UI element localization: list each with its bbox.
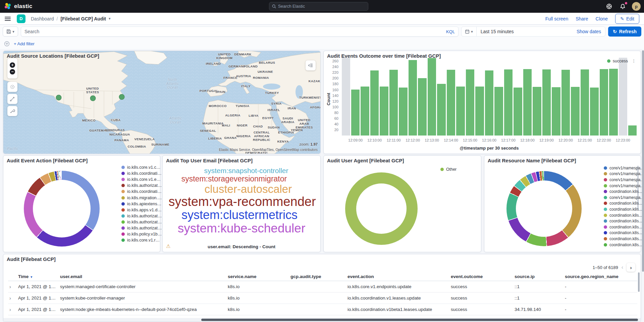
legend-item[interactable]: core/v1/namespa... xyxy=(604,171,644,177)
legend-item[interactable]: coordination.k8s.... xyxy=(604,201,644,207)
legend-item[interactable]: io.k8s.authorization.... xyxy=(121,219,162,225)
page-scrollbar[interactable] xyxy=(642,50,644,272)
show-dates-button[interactable]: Show dates xyxy=(577,29,605,34)
bar[interactable] xyxy=(361,87,369,136)
legend-label-success[interactable]: success xyxy=(613,59,628,63)
map-attribution[interactable]: Elastic Maps Service, OpenMapTiles, Open… xyxy=(219,148,318,152)
notifications-icon[interactable] xyxy=(619,2,627,10)
legend-item[interactable]: coordination.k8s.... xyxy=(604,212,644,218)
tag-cloud-word[interactable]: system:storageversionmigrator xyxy=(155,175,313,183)
legend-item[interactable]: io.k8s.migration.v1al... xyxy=(121,195,162,201)
legend-item[interactable]: coordination.k8s.... xyxy=(604,242,644,248)
tag-cloud-word[interactable]: system:kube-scheduler xyxy=(163,222,320,235)
bar[interactable] xyxy=(523,69,532,136)
zoom-in-icon[interactable]: + xyxy=(10,62,15,68)
global-search-input[interactable]: Search Elastic xyxy=(269,2,368,11)
refresh-button[interactable]: ↻ Refresh xyxy=(608,26,641,37)
bar[interactable] xyxy=(447,70,455,136)
bar[interactable] xyxy=(409,60,417,136)
map-document-marker[interactable] xyxy=(56,95,62,101)
bar[interactable] xyxy=(437,84,445,136)
table-header-event.action[interactable]: event.action xyxy=(347,274,451,279)
legend-item[interactable]: Other xyxy=(440,166,457,172)
query-language-button[interactable]: KQL xyxy=(446,29,455,34)
dashboard-app-badge[interactable]: D xyxy=(17,14,25,23)
table-header-source.ip[interactable]: source.ip xyxy=(515,274,565,279)
bar[interactable] xyxy=(351,90,360,136)
search-query-input[interactable]: Search KQL xyxy=(21,26,459,37)
tag-cloud-word[interactable]: system:snapshot-controller xyxy=(167,167,325,175)
saved-query-button[interactable]: ▾ xyxy=(3,26,18,37)
legend-item[interactable]: io.k8s.core.v1.resou... xyxy=(121,237,162,243)
tag-cloud-word[interactable]: cluster-autoscaler xyxy=(169,183,327,195)
next-page-icon[interactable]: › xyxy=(627,263,635,272)
calendar-menu-button[interactable]: ▾ xyxy=(462,27,477,36)
bar[interactable] xyxy=(399,88,407,136)
chevron-down-icon[interactable]: ▾ xyxy=(109,16,111,21)
menu-icon[interactable] xyxy=(5,17,11,21)
measure-tool-button[interactable] xyxy=(7,94,17,104)
table-header-source.geo.region_name[interactable]: source.geo.region_name xyxy=(565,274,637,279)
bar[interactable] xyxy=(581,69,589,136)
full-screen-button[interactable]: Full screen xyxy=(545,16,568,21)
bar[interactable] xyxy=(514,88,522,136)
bar[interactable] xyxy=(600,69,608,136)
bar[interactable] xyxy=(342,58,350,136)
legend-item[interactable]: core/v1/namespa... xyxy=(604,195,644,201)
bar[interactable] xyxy=(428,58,436,136)
bar[interactable] xyxy=(609,69,618,136)
table-vertical-scrollbar[interactable] xyxy=(638,272,640,292)
legend-item[interactable]: io.k8s.coordination.... xyxy=(121,189,162,195)
bar[interactable] xyxy=(418,78,426,136)
legend-options-icon[interactable]: ⋮ xyxy=(632,58,636,63)
legend-item[interactable]: io.k8s.policy.v1beta... xyxy=(121,231,162,237)
table-header-gcp.audit.type[interactable]: gcp.audit.type xyxy=(290,274,347,279)
breadcrumb-dashboard-link[interactable]: Dashboard xyxy=(31,16,54,21)
row-expand-icon[interactable]: › xyxy=(8,307,18,312)
add-filter-button[interactable]: + Add filter xyxy=(14,41,35,46)
legend-item[interactable]: io.k8s.authorization.... xyxy=(121,182,162,189)
bar[interactable] xyxy=(504,69,513,136)
clone-button[interactable]: Clone xyxy=(596,16,608,21)
legend-item[interactable]: coordination.k8s.... xyxy=(604,224,644,230)
collapse-legend-button[interactable] xyxy=(306,60,316,70)
legend-item[interactable]: io.k8s.core.v1.confi... xyxy=(121,164,162,170)
bar[interactable] xyxy=(533,87,541,136)
bar[interactable] xyxy=(552,87,560,136)
legend-item[interactable]: io.k8s.authorization.... xyxy=(121,225,162,231)
legend-item[interactable]: coordination.k8s.... xyxy=(604,230,644,236)
legend-item[interactable]: coordination.k8s.... xyxy=(604,236,644,242)
bar[interactable] xyxy=(475,87,484,136)
legend-item[interactable]: io.k8s.authorization.... xyxy=(121,213,162,219)
map-document-marker[interactable] xyxy=(90,96,96,101)
legend-item[interactable]: core/v1/namespa... xyxy=(604,165,644,171)
share-button[interactable]: Share xyxy=(576,16,588,21)
row-expand-icon[interactable]: › xyxy=(8,284,18,289)
time-range-value[interactable]: Last 15 minutes xyxy=(477,29,518,34)
map-document-marker[interactable] xyxy=(119,94,125,100)
elastic-logo[interactable]: elastic xyxy=(4,3,32,10)
bar[interactable] xyxy=(561,70,570,136)
legend-item[interactable]: coordination.k8s.... xyxy=(604,189,644,195)
world-map[interactable]: UNITED STATESMEXICOCUBAGUATEMALAHONDURAS… xyxy=(3,51,321,154)
table-header-Time[interactable]: Time▼ xyxy=(18,274,60,279)
tag-cloud-word[interactable]: system:clustermetrics xyxy=(161,209,318,222)
bar[interactable] xyxy=(389,70,398,136)
set-view-button[interactable] xyxy=(7,82,17,92)
bar[interactable] xyxy=(380,87,388,136)
user-avatar[interactable]: p xyxy=(632,2,641,11)
bar[interactable] xyxy=(370,70,379,136)
bar[interactable] xyxy=(590,88,598,136)
legend-item[interactable]: core/v1/namespa... xyxy=(604,183,644,189)
bar[interactable] xyxy=(628,125,637,136)
legend-item[interactable]: coordination.k8s.... xyxy=(604,218,644,224)
row-expand-icon[interactable]: › xyxy=(8,296,18,301)
legend-item[interactable]: io.k8s.apiextensions... xyxy=(121,201,162,207)
filter-icon[interactable] xyxy=(4,41,10,47)
bar[interactable] xyxy=(456,87,465,136)
table-header-event.outcome[interactable]: event.outcome xyxy=(451,274,515,279)
bar[interactable] xyxy=(619,58,627,136)
legend-item[interactable]: coordination.k8s.... xyxy=(604,206,644,212)
help-icon[interactable] xyxy=(605,2,613,10)
horizontal-scrollbar-thumb[interactable] xyxy=(201,319,638,321)
